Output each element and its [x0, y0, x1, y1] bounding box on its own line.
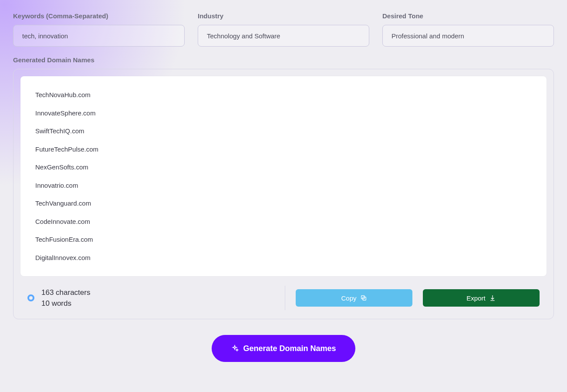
results-list: TechNovaHub.comInnovateSphere.comSwiftTe…	[20, 76, 547, 276]
copy-icon	[360, 294, 367, 301]
footer-actions: Copy Export	[285, 286, 540, 310]
action-buttons: Copy Export	[296, 289, 540, 307]
export-button-label: Export	[466, 294, 485, 302]
tone-label: Desired Tone	[382, 12, 554, 20]
generate-button-label: Generate Domain Names	[243, 344, 336, 353]
word-count-text: 10 words	[41, 298, 90, 309]
tone-input[interactable]	[382, 25, 554, 47]
keywords-label: Keywords (Comma-Separated)	[13, 12, 185, 20]
list-item: Innovatrio.com	[35, 176, 538, 195]
list-item: FutureTechPulse.com	[35, 140, 538, 159]
industry-input[interactable]	[198, 25, 369, 47]
inputs-row: Keywords (Comma-Separated) Industry Desi…	[13, 12, 554, 47]
stats-wrap: 163 characters 10 words	[27, 287, 90, 309]
list-item: InnovateSphere.com	[35, 104, 538, 122]
download-icon	[489, 294, 496, 301]
copy-button[interactable]: Copy	[296, 289, 412, 307]
list-item: TechNovaHub.com	[35, 86, 538, 104]
results-footer: 163 characters 10 words Copy Export	[20, 278, 547, 312]
generate-row: Generate Domain Names	[13, 335, 554, 362]
list-item: TechFusionEra.com	[35, 230, 538, 249]
char-count-text: 163 characters	[41, 287, 90, 298]
results-card: TechNovaHub.comInnovateSphere.comSwiftTe…	[13, 69, 554, 319]
footer-divider	[285, 286, 285, 310]
export-button[interactable]: Export	[423, 289, 540, 307]
industry-label: Industry	[198, 12, 369, 20]
industry-field-group: Industry	[198, 12, 369, 47]
generate-button[interactable]: Generate Domain Names	[212, 335, 355, 362]
stats-text: 163 characters 10 words	[41, 287, 90, 309]
list-item: SwiftTechIQ.com	[35, 122, 538, 140]
stats-indicator-icon	[27, 294, 34, 301]
keywords-input[interactable]	[13, 25, 185, 47]
page-container: Keywords (Comma-Separated) Industry Desi…	[0, 0, 567, 375]
tone-field-group: Desired Tone	[382, 12, 554, 47]
results-section-label: Generated Domain Names	[13, 56, 554, 64]
list-item: TechVanguard.com	[35, 194, 538, 213]
list-item: CodeInnovate.com	[35, 213, 538, 231]
copy-button-label: Copy	[341, 294, 356, 302]
list-item: DigitalInnovex.com	[35, 249, 538, 267]
list-item: NexGenSofts.com	[35, 158, 538, 176]
sparkle-icon	[231, 345, 239, 352]
keywords-field-group: Keywords (Comma-Separated)	[13, 12, 185, 47]
